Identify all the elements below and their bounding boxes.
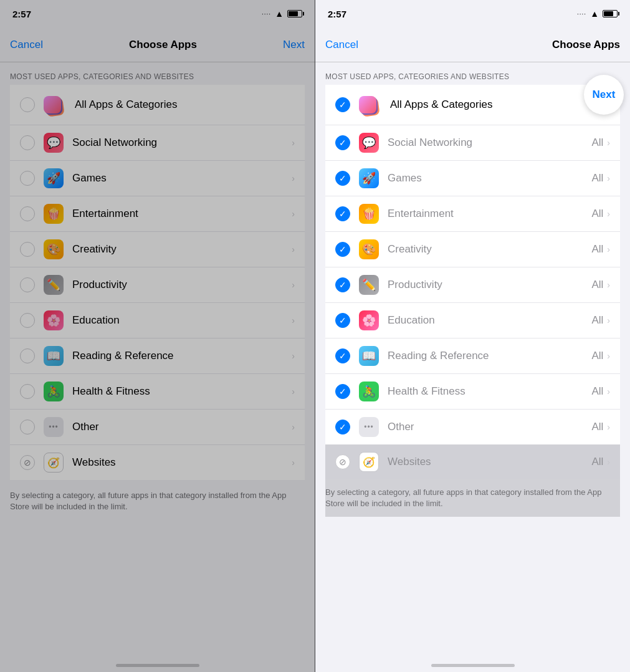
- icon-games-right: 🚀: [359, 168, 379, 188]
- list-item-all-left[interactable]: All Apps & Categories: [10, 85, 305, 125]
- chevron-creativity-right: ›: [607, 244, 610, 254]
- nav-bar-right: Cancel Choose Apps Next: [315, 27, 630, 62]
- wifi-icon-left: ▲: [275, 9, 284, 19]
- icon-games-left: 🚀: [44, 168, 64, 188]
- checkbox-creativity-left: [20, 242, 35, 257]
- category-list-right: ✓ 💬 Social Networking All › ✓ 🚀 Games Al…: [325, 125, 620, 444]
- icon-creativity-left: 🎨: [44, 239, 64, 259]
- chevron-health-left: ›: [292, 386, 295, 396]
- status-bar-right: 2:57 ···· ▲: [315, 0, 630, 27]
- chevron-websites-left: ›: [292, 458, 295, 468]
- nav-title-right: Choose Apps: [552, 39, 620, 51]
- checkbox-all-left: [20, 97, 35, 112]
- battery-icon-right: [603, 10, 618, 17]
- all-text-health-right: All: [591, 385, 603, 398]
- label-all-right: All Apps & Categories: [390, 98, 610, 111]
- icon-social-left: 💬: [44, 133, 64, 153]
- icon-websites-right: 🧭: [359, 452, 379, 472]
- list-item-entertainment-right[interactable]: ✓ 🍿 Entertainment All ›: [325, 196, 620, 232]
- right-panel: 2:57 ···· ▲ Cancel Choose Apps Next MOST…: [315, 0, 630, 672]
- all-text-games-right: All: [591, 172, 603, 185]
- checkbox-reading-left: [20, 348, 35, 363]
- list-item-reading-left[interactable]: 📖 Reading & Reference ›: [10, 338, 305, 374]
- status-time-left: 2:57: [12, 9, 31, 19]
- footer-text-right: By selecting a category, all future apps…: [325, 479, 620, 517]
- label-creativity-left: Creativity: [72, 243, 292, 256]
- list-item-websites-right[interactable]: ⊘ 🧭 Websites All ›: [325, 444, 620, 479]
- label-education-left: Education: [72, 314, 292, 327]
- checkbox-social-right: ✓: [335, 135, 350, 150]
- label-entertainment-right: Entertainment: [388, 208, 591, 220]
- list-item-productivity-left[interactable]: ✏️ Productivity ›: [10, 267, 305, 303]
- icon-social-right: 💬: [359, 133, 379, 153]
- chevron-games-right: ›: [607, 173, 610, 183]
- all-text-social-right: All: [591, 137, 603, 149]
- list-item-social-right[interactable]: ✓ 💬 Social Networking All ›: [325, 125, 620, 161]
- checkbox-websites-right: ⊘: [335, 454, 350, 469]
- footer-text-left: By selecting a category, all future apps…: [0, 480, 315, 522]
- section-header-left: MOST USED APPS, CATEGORIES AND WEBSITES: [0, 62, 315, 85]
- status-icons-left: ···· ▲: [262, 9, 302, 19]
- signal-icon-left: ····: [262, 11, 271, 17]
- scroll-area-right: MOST USED APPS, CATEGORIES AND WEBSITES …: [315, 62, 630, 651]
- list-item-creativity-left[interactable]: 🎨 Creativity ›: [10, 232, 305, 267]
- icon-other-right: •••: [359, 417, 379, 437]
- label-health-right: Health & Fitness: [388, 385, 591, 398]
- next-button-left[interactable]: Next: [283, 39, 305, 51]
- label-productivity-right: Productivity: [388, 279, 591, 291]
- list-item-health-left[interactable]: 🚴 Health & Fitness ›: [10, 374, 305, 410]
- label-education-right: Education: [388, 314, 591, 327]
- list-item-other-left[interactable]: ••• Other ›: [10, 410, 305, 445]
- checkbox-productivity-left: [20, 277, 35, 292]
- list-item-games-left[interactable]: 🚀 Games ›: [10, 161, 305, 196]
- all-text-productivity-right: All: [591, 279, 603, 291]
- list-item-reading-right[interactable]: ✓ 📖 Reading & Reference All ›: [325, 338, 620, 374]
- icon-other-left: •••: [44, 417, 64, 437]
- icon-health-left: 🚴: [44, 382, 64, 401]
- cancel-button-left[interactable]: Cancel: [10, 39, 43, 51]
- label-other-left: Other: [72, 421, 292, 433]
- chevron-reading-left: ›: [292, 351, 295, 361]
- list-item-all-right[interactable]: ✓ All Apps & Categories: [325, 85, 620, 125]
- icon-entertainment-right: 🍿: [359, 204, 379, 224]
- label-all-left: All Apps & Categories: [75, 98, 295, 111]
- category-list-left: 💬 Social Networking › 🚀 Games › 🍿 Entert…: [10, 125, 305, 480]
- list-item-other-right[interactable]: ✓ ••• Other All ›: [325, 410, 620, 444]
- all-text-other-right: All: [591, 421, 603, 433]
- list-item-games-right[interactable]: ✓ 🚀 Games All ›: [325, 161, 620, 196]
- label-reading-left: Reading & Reference: [72, 350, 292, 362]
- chevron-social-right: ›: [607, 138, 610, 148]
- checkbox-all-right: ✓: [335, 97, 350, 112]
- label-websites-right: Websites: [388, 456, 591, 468]
- list-item-entertainment-left[interactable]: 🍿 Entertainment ›: [10, 196, 305, 232]
- list-item-creativity-right[interactable]: ✓ 🎨 Creativity All ›: [325, 232, 620, 267]
- label-entertainment-left: Entertainment: [72, 208, 292, 220]
- chevron-education-left: ›: [292, 315, 295, 325]
- chevron-websites-right: ›: [607, 457, 610, 467]
- icon-education-right: 🌸: [359, 310, 379, 330]
- status-time-right: 2:57: [328, 9, 346, 19]
- chevron-health-right: ›: [607, 386, 610, 396]
- checkbox-other-left: [20, 420, 35, 434]
- label-creativity-right: Creativity: [388, 243, 591, 256]
- home-indicator-right: [315, 651, 630, 672]
- list-item-education-right[interactable]: ✓ 🌸 Education All ›: [325, 303, 620, 338]
- chevron-education-right: ›: [607, 315, 610, 325]
- wifi-icon-right: ▲: [590, 9, 599, 19]
- checkbox-entertainment-left: [20, 206, 35, 221]
- checkbox-health-right: ✓: [335, 384, 350, 399]
- list-item-productivity-right[interactable]: ✓ ✏️ Productivity All ›: [325, 267, 620, 303]
- list-item-websites-left[interactable]: ⊘ 🧭 Websites ›: [10, 445, 305, 480]
- chevron-productivity-right: ›: [607, 280, 610, 290]
- checkbox-reading-right: ✓: [335, 348, 350, 363]
- chevron-games-left: ›: [292, 173, 295, 183]
- status-bar-left: 2:57 ···· ▲: [0, 0, 315, 27]
- label-games-right: Games: [388, 172, 591, 185]
- list-item-social-left[interactable]: 💬 Social Networking ›: [10, 125, 305, 161]
- icon-entertainment-left: 🍿: [44, 204, 64, 224]
- list-item-health-right[interactable]: ✓ 🚴 Health & Fitness All ›: [325, 374, 620, 410]
- next-button-right[interactable]: Next: [584, 75, 624, 115]
- cancel-button-right[interactable]: Cancel: [325, 39, 358, 51]
- checkbox-creativity-right: ✓: [335, 242, 350, 257]
- list-item-education-left[interactable]: 🌸 Education ›: [10, 303, 305, 338]
